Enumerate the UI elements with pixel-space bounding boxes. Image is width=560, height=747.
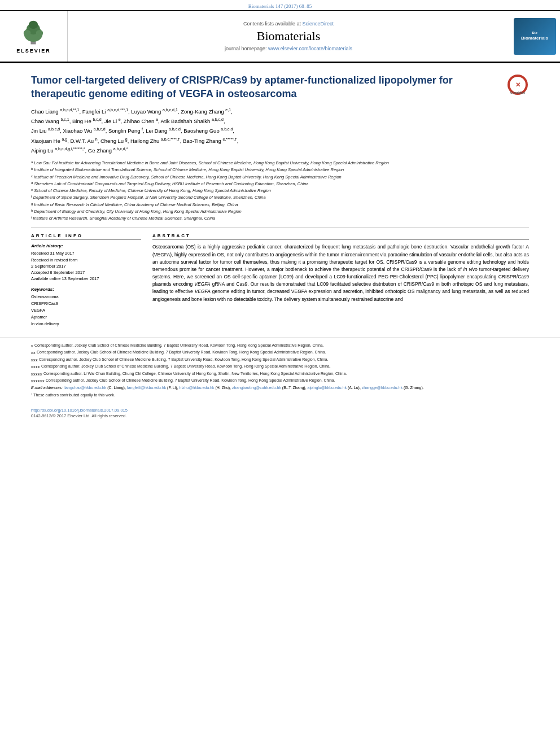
email-lu[interactable]: aipinglu@hkbu.edu.hk [308,386,347,390]
email-zhang-bt[interactable]: zhangbaoting@cuhk.edu.hk [232,386,281,390]
journal-ref-text: Biomaterials 147 (2017) 68–85 [248,3,312,9]
footer-note-4: ⁎⁎⁎⁎ Corresponding author. Jockey Club S… [31,364,529,370]
revised-label: Received in revised form [31,257,141,263]
history-heading: Article history: [31,243,141,248]
available-date: Available online 13 September 2017 [31,276,141,282]
journal-title-area: Contents lists available at ScienceDirec… [68,11,509,62]
keywords-list: Osteosarcoma CRISPR/Cas9 VEGFA Aptamer I… [31,294,141,327]
copyright-line: 0142-9612/© 2017 Elsevier Ltd. All right… [31,413,529,418]
email-addresses: E-mail addresses: liangchao@hkbu.edu.hk … [31,385,529,391]
svg-point-4 [24,30,31,36]
svg-point-3 [29,21,38,29]
journal-name: Biomaterials [257,29,320,43]
article-title: Tumor cell-targeted delivery of CRISPR/C… [31,73,529,101]
elsevier-logo-area: ELSEVIER [0,11,68,62]
email-zhang-g[interactable]: zhangge@hkbu.edu.hk [362,386,403,390]
doi-link[interactable]: http://dx.doi.org/10.1016/j.biomaterials… [31,408,128,413]
keywords-heading: Keywords: [31,287,141,292]
svg-text:CrossMark: CrossMark [510,91,525,94]
email-li[interactable]: fangfeili@hkbu.edu.hk [127,386,166,390]
article-info-heading: ARTICLE INFO [31,233,141,240]
footer-note-1: ⁎ Corresponding author. Jockey Club Scho… [31,343,529,349]
footer-note-6: ⁎⁎⁎⁎⁎⁎ Corresponding author. Jockey Club… [31,378,529,384]
received-date: Received 31 May 2017 [31,250,141,256]
doi-line: http://dx.doi.org/10.1016/j.biomaterials… [31,408,529,413]
email-liang[interactable]: liangchao@hkbu.edu.hk [64,386,106,390]
sciencedirect-link[interactable]: ScienceDirect [303,21,334,27]
section-divider [31,227,529,228]
crossmark-icon: ✕ CrossMark [506,73,529,96]
svg-point-5 [36,30,43,36]
journal-header: ELSEVIER Contents lists available at Sci… [0,10,560,62]
page: Biomaterials 147 (2017) 68–85 ELSEVIER C… [0,0,560,747]
contents-available-text: Contents lists available at ScienceDirec… [243,21,334,27]
footer-area: ⁎ Corresponding author. Jockey Club Scho… [0,338,560,404]
abstract-text: Osteosarcoma (OS) is a highly aggressive… [152,243,529,303]
footer-note-3: ⁎⁎⁎ Corresponding author. Jockey Club Sc… [31,357,529,363]
journal-badge-area: Bio Biomaterials [509,11,560,62]
homepage-url[interactable]: www.elsevier.com/locate/biomaterials [268,46,352,51]
footer-note-2: ⁎⁎ Corresponding author. Jockey Club Sch… [31,350,529,356]
journal-badge: Bio Biomaterials [514,18,556,55]
affiliations-block: a Law Sau Fai Institute for Advancing Tr… [31,160,529,221]
equal-contribution-note: ¹ These authors contributed equally to t… [31,392,529,399]
footer-note-5: ⁎⁎⁎⁎⁎ Corresponding author. Li Wai Chun … [31,371,529,377]
revised-date: 2 September 2017 [31,263,141,269]
svg-text:✕: ✕ [515,81,520,88]
accepted-date: Accepted 8 September 2017 [31,269,141,276]
email-zhu[interactable]: hlzhu@hkbu.edu.hk [180,386,215,390]
abstract-column: ABSTRACT Osteosarcoma (OS) is a highly a… [152,233,529,327]
authors-block: Chao Liang a,b,c,d,**,1, Fangfei Li a,b,… [31,107,529,155]
journal-homepage-line: journal homepage: www.elsevier.com/locat… [225,46,352,51]
article-body: ARTICLE INFO Article history: Received 3… [31,233,529,327]
footer-bottom: http://dx.doi.org/10.1016/j.biomaterials… [0,404,560,422]
elsevier-wordmark: ELSEVIER [16,48,51,54]
article-info-column: ARTICLE INFO Article history: Received 3… [31,233,141,327]
elsevier-tree-icon [16,19,50,47]
journal-reference: Biomaterials 147 (2017) 68–85 [0,0,560,10]
abstract-heading: ABSTRACT [152,233,529,240]
article-content: Tumor cell-targeted delivery of CRISPR/C… [0,63,560,327]
